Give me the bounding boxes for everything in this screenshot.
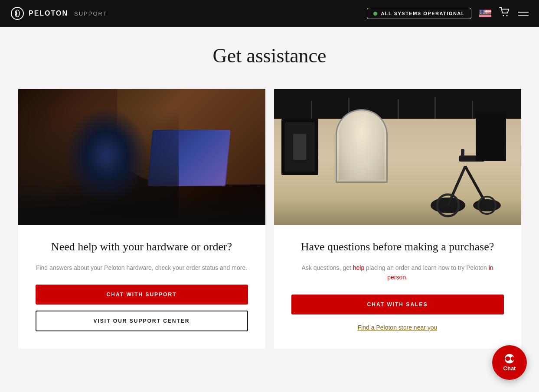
sales-card: Have questions before making a purchase?… (274, 89, 521, 349)
main-content: Get assistance Need help with your hard (0, 27, 539, 392)
sales-card-description: Ask questions, get help placing an order… (291, 263, 504, 282)
svg-point-21 (503, 15, 504, 16)
hamburger-menu-icon[interactable] (518, 12, 529, 16)
floor-shadow (18, 191, 265, 225)
chat-support-button[interactable]: CHAT WITH SUPPORT (36, 285, 248, 305)
support-card-description: Find answers about your Peloton hardware… (36, 263, 248, 272)
chat-bubble-label: Chat (503, 365, 516, 372)
svg-rect-11 (479, 14, 491, 15)
sales-card-image (274, 89, 521, 225)
support-description-text: Find answers about your Peloton hardware… (36, 264, 247, 271)
svg-rect-12 (479, 15, 491, 15)
peloton-logo-icon (10, 6, 24, 20)
arched-window (336, 109, 388, 183)
support-card-image (18, 89, 265, 225)
wall-poster-left (281, 119, 318, 175)
visit-support-center-button[interactable]: VISIT OUR SUPPORT CENTER (36, 311, 248, 331)
cards-container: Need help with your hardware or order? F… (18, 89, 521, 349)
chat-bubble[interactable]: Chat (492, 345, 527, 380)
in-person-link[interactable]: in person (387, 264, 493, 281)
language-selector[interactable]: ★ ★ ★ ★ ★ ★ ★ ★ ★ ★ ★ ★ ★ ★ ★ ★ ★ ★ ★ ★ … (479, 10, 491, 17)
support-image-bg (18, 89, 265, 225)
support-card: Need help with your hardware or order? F… (18, 89, 265, 349)
svg-rect-15 (479, 17, 491, 17)
svg-text:★ ★ ★ ★ ★: ★ ★ ★ ★ ★ (480, 13, 488, 14)
header-right: ALL SYSTEMS OPERATIONAL (367, 7, 529, 20)
sales-card-title: Have questions before making a purchase? (291, 239, 504, 254)
status-dot (373, 12, 377, 16)
svg-rect-14 (479, 16, 491, 16)
logo-brand: PELOTON (29, 10, 68, 17)
support-card-title: Need help with your hardware or order? (36, 239, 248, 254)
svg-point-22 (506, 15, 508, 16)
support-card-body: Need help with your hardware or order? F… (18, 225, 265, 349)
status-text: ALL SYSTEMS OPERATIONAL (381, 11, 465, 16)
sales-image-bg (274, 89, 521, 225)
menu-line-1 (518, 12, 529, 13)
wall-poster-right (476, 113, 506, 161)
logo-support: SUPPORT (74, 10, 108, 17)
help-link[interactable]: help (353, 264, 364, 271)
chat-sales-button[interactable]: CHAT WITH SALES (291, 295, 504, 314)
header: PELOTON SUPPORT ALL SYSTEMS OPERATIONAL (0, 0, 539, 27)
status-badge[interactable]: ALL SYSTEMS OPERATIONAL (367, 8, 471, 19)
cart-icon[interactable] (499, 7, 510, 20)
find-store-link[interactable]: Find a Peloton store near you (358, 324, 438, 331)
sales-card-body: Have questions before making a purchase?… (274, 225, 521, 349)
floor-overlay (274, 198, 521, 225)
page-title: Get assistance (9, 44, 530, 67)
chat-bubble-icon (505, 354, 514, 363)
logo-container: PELOTON SUPPORT (10, 6, 108, 20)
store-link-container: Find a Peloton store near you (291, 321, 504, 331)
svg-rect-29 (461, 149, 464, 157)
menu-line-2 (518, 15, 529, 16)
svg-rect-13 (479, 16, 491, 16)
